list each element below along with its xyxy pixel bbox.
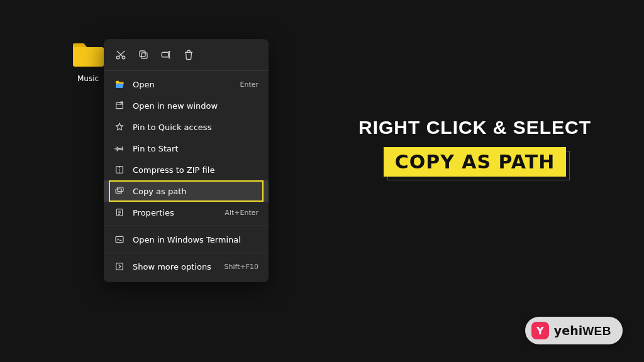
delete-icon[interactable] xyxy=(182,48,196,62)
menu-item-copy-as-path[interactable]: Copy as path xyxy=(104,180,269,202)
menu-item-pin-quick-access[interactable]: Pin to Quick access xyxy=(104,116,269,138)
properties-icon xyxy=(114,207,125,218)
instruction-line1: RIGHT CLICK & SELECT xyxy=(340,117,610,138)
new-window-icon xyxy=(114,100,125,111)
svg-rect-7 xyxy=(116,189,121,194)
svg-rect-11 xyxy=(116,263,123,270)
svg-rect-4 xyxy=(162,52,169,57)
logo-part2: WEB xyxy=(582,324,611,337)
svg-point-1 xyxy=(122,56,125,59)
copy-icon[interactable] xyxy=(136,48,150,62)
folder-icon xyxy=(70,39,106,69)
menu-item-label: Copy as path xyxy=(133,187,258,196)
logo-part1: yehi xyxy=(554,324,582,337)
zip-icon xyxy=(114,164,125,175)
context-menu-toolbar xyxy=(104,43,269,68)
svg-rect-5 xyxy=(116,102,123,108)
menu-item-compress-zip[interactable]: Compress to ZIP file xyxy=(104,159,269,180)
menu-item-label: Pin to Start xyxy=(133,144,258,153)
menu-item-label: Open xyxy=(133,80,232,89)
cut-icon[interactable] xyxy=(114,48,128,62)
rename-icon[interactable] xyxy=(159,48,173,62)
folder-open-icon xyxy=(114,79,125,90)
logo-pill: Y yehiWEB xyxy=(525,317,623,344)
menu-item-open-terminal[interactable]: Open in Windows Terminal xyxy=(104,229,269,250)
svg-rect-10 xyxy=(116,236,123,242)
svg-rect-8 xyxy=(118,187,123,192)
instruction-line2: COPY AS PATH xyxy=(384,147,567,177)
menu-item-label: Open in new window xyxy=(133,101,258,111)
menu-item-label: Compress to ZIP file xyxy=(133,165,258,175)
menu-item-properties[interactable]: Properties Alt+Enter xyxy=(104,202,269,223)
svg-point-0 xyxy=(116,56,119,59)
menu-item-shortcut: Alt+Enter xyxy=(225,209,258,217)
menu-item-label: Show more options xyxy=(133,262,216,272)
menu-item-pin-start[interactable]: Pin to Start xyxy=(104,138,269,159)
logo-badge: Y xyxy=(531,322,549,339)
menu-item-open[interactable]: Open Enter xyxy=(104,74,269,95)
logo-text: yehiWEB xyxy=(554,324,611,338)
star-icon xyxy=(114,121,125,133)
menu-item-shortcut: Shift+F10 xyxy=(224,263,258,271)
copy-path-icon xyxy=(114,185,125,197)
menu-item-label: Open in Windows Terminal xyxy=(133,235,258,244)
menu-item-label: Pin to Quick access xyxy=(133,123,258,132)
svg-rect-2 xyxy=(142,53,147,58)
menu-item-open-new-window[interactable]: Open in new window xyxy=(104,95,269,116)
context-menu: Open Enter Open in new window Pin to Qui… xyxy=(104,39,269,282)
pin-icon xyxy=(114,143,125,154)
svg-rect-3 xyxy=(140,51,145,57)
instruction-heading: RIGHT CLICK & SELECT COPY AS PATH xyxy=(340,117,610,177)
terminal-icon xyxy=(114,234,125,245)
menu-item-show-more-options[interactable]: Show more options Shift+F10 xyxy=(104,256,269,277)
menu-item-label: Properties xyxy=(133,208,217,217)
menu-item-shortcut: Enter xyxy=(240,80,258,89)
more-options-icon xyxy=(114,261,125,272)
